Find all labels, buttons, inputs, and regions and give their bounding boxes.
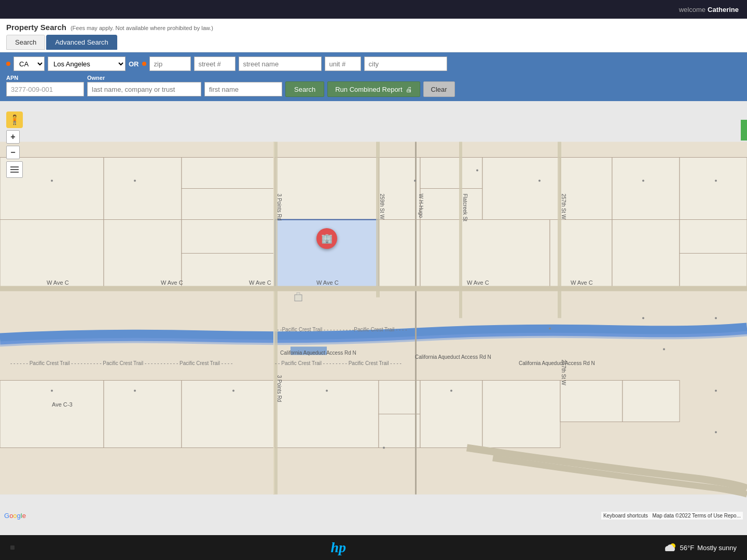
- svg-point-68: [715, 180, 717, 182]
- svg-point-71: [232, 390, 234, 392]
- svg-rect-32: [482, 381, 560, 448]
- svg-rect-11: [612, 158, 680, 220]
- svg-rect-21: [612, 220, 680, 287]
- svg-rect-37: [376, 142, 380, 298]
- svg-rect-40: [558, 142, 561, 318]
- property-marker[interactable]: 🏢: [316, 228, 337, 249]
- svg-point-77: [715, 317, 717, 319]
- svg-rect-14: [104, 220, 182, 287]
- map-controls: 🧍 + −: [6, 111, 23, 178]
- weather-widget: 56°F Mostly sunny: [662, 542, 737, 553]
- svg-point-72: [326, 390, 328, 392]
- svg-rect-4: [182, 189, 275, 220]
- svg-rect-38: [459, 142, 462, 318]
- welcome-label: welcome: [679, 6, 706, 13]
- svg-rect-29: [379, 381, 420, 414]
- zip-input[interactable]: [149, 57, 191, 71]
- map-container: W Ave C W Ave C W Ave C W Ave C W Ave C …: [0, 101, 747, 535]
- svg-point-80: [715, 431, 717, 433]
- svg-text:W Ave C: W Ave C: [316, 279, 339, 286]
- svg-point-76: [642, 317, 644, 319]
- svg-point-79: [663, 348, 665, 351]
- svg-point-75: [549, 328, 551, 330]
- svg-point-63: [134, 180, 136, 182]
- svg-text:Flatcreek St: Flatcreek St: [462, 194, 468, 222]
- apn-input[interactable]: [6, 82, 84, 96]
- first-name-field-group: [204, 75, 282, 96]
- search-button[interactable]: Search: [285, 81, 324, 97]
- tab-search[interactable]: Search: [6, 35, 45, 50]
- layers-button[interactable]: [6, 161, 23, 178]
- svg-text:W Ave C: W Ave C: [161, 279, 183, 286]
- clear-button[interactable]: Clear: [423, 81, 455, 97]
- svg-rect-81: [295, 295, 302, 301]
- svg-rect-12: [680, 158, 747, 220]
- street-name-input[interactable]: [239, 57, 322, 71]
- county-select[interactable]: Los Angeles San Diego Orange: [48, 57, 126, 71]
- svg-rect-19: [420, 220, 550, 287]
- svg-rect-33: [560, 381, 622, 422]
- map-svg: W Ave C W Ave C W Ave C W Ave C W Ave C …: [0, 101, 747, 535]
- zoom-out-button[interactable]: −: [6, 146, 20, 159]
- taskbar: hp 56°F Mostly sunny: [0, 535, 747, 560]
- svg-point-73: [450, 390, 452, 392]
- svg-point-64: [414, 180, 416, 182]
- weather-temp: 56°F: [680, 544, 695, 552]
- page-header: Property Search (Fees may apply. Not ava…: [0, 19, 747, 52]
- svg-point-66: [538, 180, 541, 182]
- run-combined-report-button[interactable]: Run Combined Report 🖨: [327, 81, 420, 97]
- svg-rect-3: [182, 158, 275, 189]
- svg-text:W Ave C: W Ave C: [47, 279, 69, 286]
- svg-text:California Aqueduct Access Rd : California Aqueduct Access Rd N: [519, 360, 595, 366]
- last-name-input[interactable]: [87, 82, 201, 96]
- map-data-attribution: Map data ©2022 Terms of Use Repo...: [652, 513, 741, 519]
- keyboard-shortcuts[interactable]: Keyboard shortcuts: [603, 513, 648, 519]
- search-panel: CA NY TX Los Angeles San Diego Orange OR: [0, 52, 747, 101]
- svg-text:Ave C-3: Ave C-3: [52, 401, 73, 408]
- svg-point-65: [476, 170, 478, 172]
- screen-wrapper: welcome Catherine Property Search (Fees …: [0, 0, 747, 560]
- green-indicator: [741, 120, 747, 141]
- svg-rect-85: [10, 172, 19, 173]
- hp-logo: hp: [330, 539, 346, 556]
- svg-rect-2: [104, 158, 182, 220]
- svg-text:California Aqueduct Access Rd : California Aqueduct Access Rd N: [415, 354, 491, 360]
- svg-rect-39: [415, 142, 417, 495]
- city-input[interactable]: [364, 57, 447, 71]
- page-title: Property Search: [6, 23, 66, 32]
- unit-input[interactable]: [325, 57, 361, 71]
- svg-point-67: [642, 180, 644, 182]
- svg-text:3 Points Rd: 3 Points Rd: [276, 194, 282, 221]
- tab-advanced-search[interactable]: Advanced Search: [46, 35, 117, 50]
- street-num-input[interactable]: [194, 57, 236, 71]
- svg-rect-82: [297, 293, 300, 295]
- svg-rect-9: [482, 158, 560, 220]
- svg-rect-22: [680, 220, 747, 254]
- street-view-icon[interactable]: 🧍: [6, 111, 23, 128]
- svg-text:- - Pacific Crest Trail - - - : - - Pacific Crest Trail - - - - - - - - …: [275, 360, 402, 366]
- svg-text:W Ave C: W Ave C: [249, 279, 271, 286]
- zoom-in-button[interactable]: +: [6, 130, 20, 144]
- report-icon: 🖨: [406, 86, 412, 93]
- svg-text:257th St W: 257th St W: [561, 194, 566, 220]
- svg-text:3 Points Rd: 3 Points Rd: [276, 375, 282, 402]
- taskbar-left: [10, 545, 15, 550]
- svg-rect-27: [182, 381, 275, 448]
- apn-field-group: APN: [6, 75, 84, 96]
- first-name-input[interactable]: [204, 82, 282, 96]
- svg-rect-18: [379, 220, 420, 287]
- svg-rect-36: [273, 142, 274, 495]
- state-select[interactable]: CA NY TX: [13, 57, 45, 71]
- svg-rect-23: [680, 254, 747, 287]
- username-label: Catherine: [708, 6, 739, 13]
- page-subtitle: (Fees may apply. Not available where pro…: [71, 25, 213, 31]
- svg-point-74: [383, 447, 385, 449]
- start-button[interactable]: [10, 545, 15, 550]
- svg-text:W H-Hugo: W H-Hugo: [418, 194, 424, 218]
- svg-rect-10: [560, 158, 612, 220]
- page-title-row: Property Search (Fees may apply. Not ava…: [6, 23, 741, 32]
- svg-text:W Ave C: W Ave C: [571, 279, 593, 286]
- svg-text:259th St W: 259th St W: [379, 194, 385, 220]
- owner-field-group: Owner: [87, 75, 201, 96]
- svg-text:California Aqueduct Access Rd : California Aqueduct Access Rd N: [280, 350, 356, 356]
